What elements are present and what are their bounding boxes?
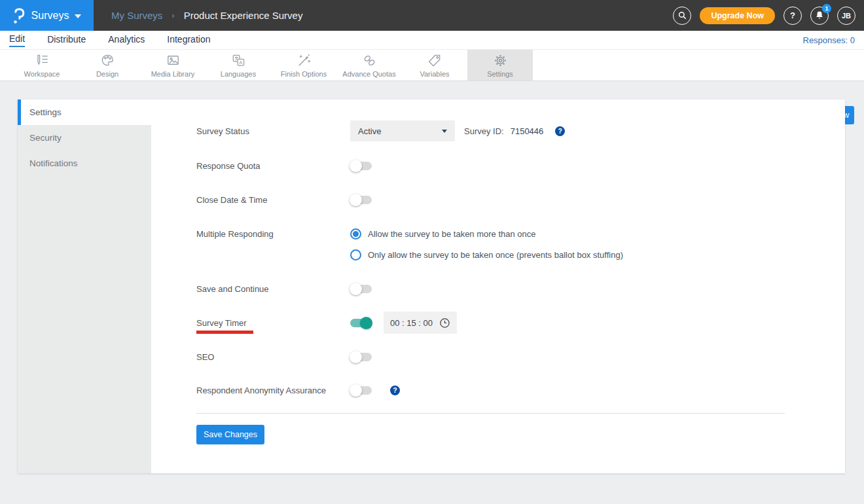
chevron-down-icon [75,14,81,18]
design-icon [99,52,116,69]
toolbar-label: Variables [420,70,449,78]
response-quota-toggle[interactable] [350,162,372,170]
avatar-initials: JB [842,12,851,20]
radio-only-once[interactable] [350,249,361,261]
main-tabs: Edit Distribute Analytics Integration Re… [0,31,864,50]
toolbar-item-languages[interactable]: A Languages [206,50,271,81]
respondent-anonymity-toggle[interactable] [350,386,372,395]
response-quota-label: Response Quota [196,161,350,171]
sidebar-item-label: Notifications [29,158,78,168]
survey-id-help-icon[interactable]: ? [555,126,565,136]
radio-allow-multiple-label[interactable]: Allow the survey to be taken more than o… [368,229,536,239]
finish-options-icon [296,52,312,69]
tab-analytics[interactable]: Analytics [108,34,145,46]
toggle-knob [350,283,362,295]
survey-timer-label: Survey Timer [196,318,350,328]
row-respondent-anonymity: Respondent Anonymity Assurance ? [196,383,400,397]
sidebar-item-settings[interactable]: Settings [18,99,151,125]
toolbar-label: Settings [487,70,513,78]
responses-count: Responses: 0 [803,35,855,45]
row-survey-timer: Survey Timer [196,315,372,330]
toolbar-label: Media Library [151,70,195,78]
help-button[interactable]: ? [783,7,802,25]
top-header: Surveys My Surveys › Product Experience … [0,0,864,31]
chevron-down-icon [442,130,447,133]
toolbar-label: Finish Options [281,70,327,78]
question-mark-icon: ? [790,10,795,20]
survey-status-dropdown[interactable]: Active [350,120,455,141]
close-date-time-label: Close Date & Time [196,195,350,205]
questionpro-logo [12,7,26,24]
sidebar-item-label: Security [29,133,62,143]
toggle-knob [350,384,362,397]
toolbar-label: Workspace [24,70,60,78]
save-and-continue-label: Save and Continue [196,284,350,294]
notifications-button[interactable]: 1 [810,7,829,25]
close-date-time-toggle[interactable] [350,196,372,204]
survey-timer-value: 00 : 15 : 00 [390,318,433,328]
tab-edit[interactable]: Edit [9,33,25,47]
product-switcher[interactable]: Surveys [0,0,94,31]
content-divider [196,413,785,414]
tab-distribute[interactable]: Distribute [47,34,86,46]
survey-timer-highlight-underline [196,331,253,334]
sidebar-item-notifications[interactable]: Notifications [18,151,151,176]
survey-timer-toggle[interactable] [350,319,372,327]
row-close-date-time: Close Date & Time [196,192,372,207]
tab-integration[interactable]: Integration [167,34,210,46]
media-library-icon [165,52,181,69]
toolbar-item-variables[interactable]: Variables [402,50,467,81]
radio-allow-multiple[interactable] [350,228,361,240]
respondent-anonymity-help-icon[interactable]: ? [390,386,400,395]
toolbar-item-settings[interactable]: Settings [467,50,533,81]
languages-icon: A [230,52,247,69]
upgrade-now-button[interactable]: Upgrade Now [700,7,775,24]
settings-icon [492,52,509,69]
avatar[interactable]: JB [837,7,855,25]
survey-status-label: Survey Status [196,126,350,136]
toolbar-label: Languages [221,70,256,78]
toolbar-item-finish-options[interactable]: Finish Options [271,50,336,81]
survey-timer-input[interactable]: 00 : 15 : 00 [384,312,457,334]
row-seo: SEO [196,350,372,364]
toggle-knob [350,160,362,172]
toggle-knob [360,317,372,329]
product-name: Surveys [31,10,69,22]
bell-icon [815,10,824,20]
survey-status-value: Active [358,126,381,136]
edit-toolbar: Workspace Design Media Library [0,50,864,81]
row-save-and-continue: Save and Continue [196,281,372,296]
settings-card: Settings Security Notifications Survey S… [18,99,845,473]
toolbar-label: Advance Quotas [342,70,395,78]
save-changes-button[interactable]: Save Changes [196,425,264,444]
toolbar-item-advance-quotas[interactable]: Advance Quotas [336,50,402,81]
search-button[interactable] [673,7,691,25]
toggle-knob [350,351,362,363]
row-response-quota: Response Quota [196,158,372,173]
breadcrumb-my-surveys[interactable]: My Surveys [111,10,162,21]
clock-icon [439,317,450,329]
row-multiple-responding-option2: Only allow the survey to be taken once (… [350,247,623,262]
settings-sidebar: Settings Security Notifications [18,99,151,473]
variables-icon [427,52,443,69]
seo-toggle[interactable] [350,353,372,361]
toolbar-item-workspace[interactable]: Workspace [9,50,75,81]
toolbar-label: Design [96,70,118,78]
respondent-anonymity-label: Respondent Anonymity Assurance [196,386,350,395]
toolbar-item-design[interactable]: Design [75,50,140,81]
radio-only-once-label[interactable]: Only allow the survey to be taken once (… [368,250,623,260]
toolbar-item-media-library[interactable]: Media Library [140,50,206,81]
breadcrumb: My Surveys › Product Experience Survey [111,0,302,31]
workspace-icon [34,52,50,69]
search-icon [677,10,687,20]
multiple-responding-label: Multiple Responding [196,229,350,239]
survey-id-value: 7150446 [511,126,544,136]
header-actions: Upgrade Now ? 1 JB [673,0,855,31]
row-multiple-responding: Multiple Responding Allow the survey to … [196,226,536,241]
survey-id-label: Survey ID: [464,126,504,136]
svg-text:A: A [239,60,243,65]
row-survey-status: Survey Status Active Survey ID: 7150446 … [196,120,565,141]
save-and-continue-toggle[interactable] [350,285,372,293]
toggle-knob [350,194,362,206]
sidebar-item-security[interactable]: Security [18,125,151,151]
